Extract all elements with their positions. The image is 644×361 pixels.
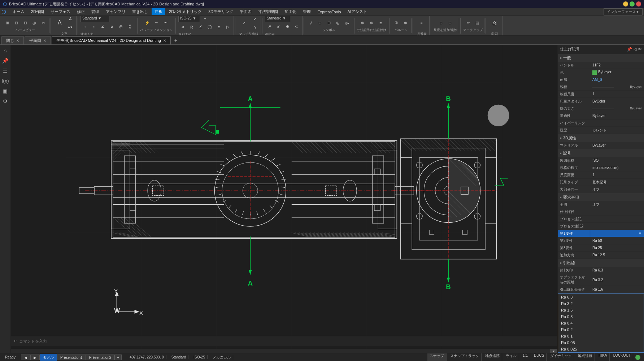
btn-linetype6[interactable]: ▷ — [223, 23, 232, 31]
menu-express[interactable]: ExpressTools — [314, 9, 344, 15]
btn-linetype3[interactable]: ∠ — [196, 23, 205, 31]
tab-pres2[interactable]: Présentation2 — [86, 355, 115, 360]
tab-add-btn[interactable]: + — [171, 36, 180, 44]
btn-partslist[interactable]: ≡ — [415, 16, 428, 31]
tab-model-active[interactable]: モデル — [40, 354, 57, 361]
tab-close[interactable]: 閉じ ✕ — [1, 36, 24, 44]
btn-linetype5[interactable]: ≡ — [214, 23, 223, 31]
menu-dimview[interactable]: 寸法管理図 — [255, 8, 281, 15]
btn-dimanno1[interactable]: ⊕ — [358, 19, 367, 27]
tab-main[interactable]: デモ用)BricsCAD Mechanical V24 - 2D Design … — [52, 36, 171, 44]
btn-leader2[interactable]: ↙ — [251, 16, 259, 23]
btn-powerdim[interactable]: ⚡ — [143, 19, 152, 27]
iso-dropdown[interactable]: ISO-25 ▼ — [178, 16, 200, 22]
btn-sym4[interactable]: ◎ — [334, 19, 342, 27]
sidebar-home[interactable]: ⌂ — [1, 46, 10, 55]
panel-eye-icon[interactable]: 👁 — [638, 47, 642, 52]
menu-annotation[interactable]: 注釈 — [152, 8, 165, 15]
btn-dim3[interactable]: ∠ — [99, 23, 107, 31]
drawing-area[interactable]: A A B B Y X W — [11, 45, 557, 353]
dropdown-item-ra005[interactable]: Ra 0.05 — [558, 339, 644, 346]
btn-ldr1[interactable]: ↗ — [265, 23, 274, 31]
horizontal-scrollbar[interactable]: ▼ — [11, 349, 557, 353]
sidebar-blocks[interactable]: ▣ — [1, 87, 10, 95]
btn-multitext[interactable]: A — [53, 16, 66, 31]
btn-ldr3[interactable]: ⊕ — [283, 23, 292, 31]
status-snap[interactable]: スナップ — [427, 353, 447, 361]
menu-surface[interactable]: サーフェス — [48, 8, 73, 15]
section-3d-header[interactable]: 3D属性 — [558, 134, 644, 142]
btn-cont[interactable]: ⋯ — [161, 19, 170, 27]
btn-ldr4[interactable]: ⊂ — [292, 23, 301, 31]
prop-req1[interactable]: 第1要件 ▼ — [558, 230, 644, 237]
panel-pin-icon[interactable]: 📌 — [627, 47, 632, 52]
sidebar-func[interactable]: f(x) — [1, 77, 10, 85]
tab-planview[interactable]: 平面図 ✕ — [25, 36, 51, 44]
scroll-right-btn[interactable]: ▼ — [550, 349, 557, 353]
menu-modify[interactable]: 修正 — [74, 8, 88, 15]
btn-balloon2[interactable]: ⊕ — [401, 19, 410, 27]
tab-main-close[interactable]: ✕ — [163, 39, 166, 43]
btn-markup2[interactable]: ▤ — [473, 19, 482, 27]
dropdown-item-ra63[interactable]: Ra 6.3 — [558, 294, 644, 300]
menu-3dmodel[interactable]: 3Dモデリング — [205, 8, 236, 15]
menu-export[interactable]: 書き出し — [129, 8, 151, 15]
btn-linetype1[interactable]: ⌀ — [178, 23, 187, 31]
btn-text2[interactable]: A▼ — [66, 23, 75, 31]
interface-btn[interactable]: インターフェース▼ — [604, 8, 643, 16]
standard-dropdown[interactable]: Standard ▼ — [80, 16, 109, 22]
btn-break[interactable]: ✂ — [39, 19, 48, 27]
btn-print[interactable]: 🖨 — [488, 16, 501, 31]
btn-dim2[interactable]: ↕ — [90, 23, 98, 31]
section-leader-header[interactable]: 引出線 — [558, 259, 644, 267]
btn-fullview[interactable]: ⊟ — [21, 19, 30, 27]
status-ducs[interactable]: DUCS — [532, 353, 547, 361]
tab-close-btn[interactable]: ✕ — [16, 39, 19, 43]
dropdown-item-ra16[interactable]: Ra 1.6 — [558, 307, 644, 313]
btn-linetype2[interactable]: R — [187, 23, 196, 31]
btn-detail[interactable]: ◎ — [30, 19, 39, 27]
btn-dim5[interactable]: ◎ — [117, 23, 125, 31]
tab-add-bottom[interactable]: + — [114, 355, 122, 360]
btn-balloon1[interactable]: ① — [392, 19, 401, 27]
btn-sym5[interactable]: ⌲ — [343, 19, 351, 27]
status-dynamic[interactable]: ダイナミック — [548, 353, 574, 361]
btn-scale1[interactable]: ⊕ — [436, 19, 445, 27]
maximize-btn[interactable] — [630, 1, 635, 6]
btn-scale2[interactable]: ⊖ — [445, 19, 454, 27]
btn-projection[interactable]: ⊡ — [12, 19, 21, 27]
menu-ai[interactable]: AIアシスト — [345, 8, 370, 15]
status-snaptrack[interactable]: スナップトラック — [448, 353, 482, 361]
btn-sym3[interactable]: ⊞ — [325, 19, 333, 27]
section-req-header[interactable]: 要求事項 — [558, 193, 644, 201]
btn-text[interactable]: A — [66, 16, 75, 23]
btn-ldr2[interactable]: ↙ — [274, 23, 283, 31]
tab-prev-btn[interactable]: ▶ — [30, 355, 40, 360]
command-input[interactable] — [19, 339, 554, 343]
sidebar-settings[interactable]: ⚙ — [1, 97, 10, 105]
close-btn[interactable] — [636, 1, 641, 6]
btn-linetype4[interactable]: ◯ — [205, 23, 214, 31]
btn-dim1[interactable]: ↔ — [80, 23, 89, 31]
menu-home[interactable]: ホーム — [10, 8, 27, 15]
tab-model[interactable]: ◀ — [21, 355, 30, 360]
req1-dropdown-arrow[interactable]: ▼ — [638, 231, 642, 235]
panel-collapse-icon[interactable]: ◁ — [634, 47, 636, 52]
btn-linearlen[interactable]: ━ — [152, 19, 161, 27]
menu-manage2[interactable]: 管理 — [300, 8, 314, 15]
menu-process[interactable]: 加工化 — [282, 8, 299, 15]
btn-leader3[interactable]: ↘ — [251, 23, 259, 31]
status-lockout[interactable]: LOCKOUT — [611, 353, 633, 361]
btn-dimanno2[interactable]: ⊕ — [367, 19, 376, 27]
btn-dimanno3[interactable]: ≡ — [377, 19, 385, 27]
minimize-btn[interactable] — [623, 1, 628, 6]
menu-2dparam[interactable]: 2Dパラメトリック — [166, 8, 205, 15]
btn-sym2[interactable]: ⊖ — [316, 19, 324, 27]
btn-leader[interactable]: ↗ — [238, 16, 250, 31]
dropdown-item-ra01[interactable]: Ra 0.1 — [558, 333, 644, 339]
leader-standard-dropdown[interactable]: Standard ▼ — [265, 16, 290, 22]
btn-dim4[interactable]: ⌀ — [108, 23, 116, 31]
btn-perspective[interactable]: ⊞ — [3, 19, 12, 27]
dropdown-item-ra08[interactable]: Ra 0.8 — [558, 313, 644, 320]
status-scale[interactable]: 1:1 — [521, 353, 530, 361]
